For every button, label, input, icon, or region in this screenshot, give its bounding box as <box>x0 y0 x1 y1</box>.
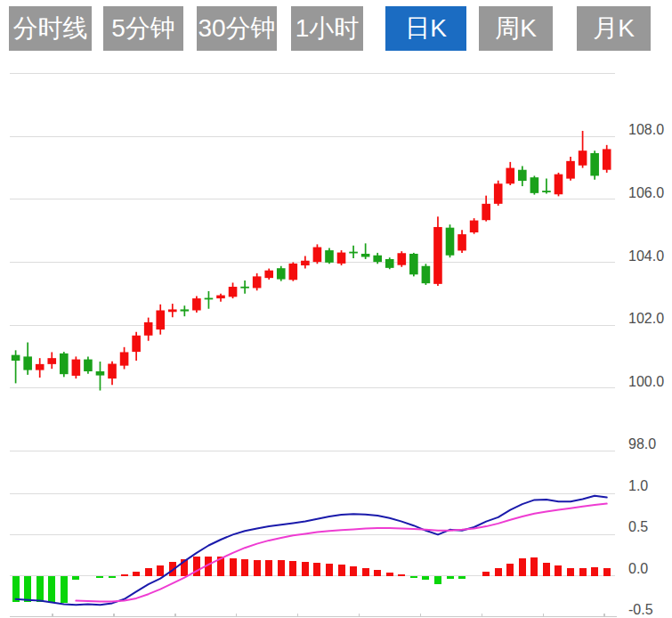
macd-histogram-bar <box>362 568 369 576</box>
macd-histogram-bar <box>591 567 598 576</box>
candle-body <box>409 254 418 274</box>
macd-histogram-bar <box>434 576 441 584</box>
candle-body <box>108 364 117 379</box>
macd-axis-label: 1.0 <box>628 478 648 493</box>
tab-monthly-k[interactable]: 月K <box>577 6 651 51</box>
macd-histogram-bar <box>482 572 490 576</box>
candle-body <box>23 356 32 370</box>
macd-histogram-bar <box>72 576 79 581</box>
dea-line <box>76 504 606 602</box>
macd-histogram-bar <box>302 562 309 576</box>
candle-body <box>216 296 225 299</box>
macd-histogram-bar <box>326 564 333 576</box>
macd-histogram-bar <box>519 558 526 575</box>
candle-body <box>72 360 81 376</box>
macd-histogram-bar <box>386 573 393 576</box>
candle-body <box>313 248 322 263</box>
candle-body <box>264 271 273 278</box>
macd-histogram-bar <box>543 563 550 576</box>
macd-histogram-bar <box>241 559 248 576</box>
candle-body <box>579 150 587 166</box>
candle-body <box>36 364 45 370</box>
macd-histogram-bar <box>458 576 466 579</box>
tab-timeline[interactable]: 分时线 <box>9 6 92 51</box>
macd-histogram-bar <box>254 560 261 576</box>
candle-body <box>144 322 153 336</box>
price-axis-label: 106.0 <box>628 185 664 200</box>
macd-histogram-bar <box>374 570 381 575</box>
candle-body <box>373 256 382 262</box>
macd-histogram-bar <box>410 576 417 578</box>
macd-histogram-bar <box>506 564 514 576</box>
macd-histogram-bar <box>422 576 429 580</box>
macd-histogram-bar <box>109 576 116 578</box>
candle-body <box>12 355 20 361</box>
candle-body <box>181 309 190 311</box>
macd-histogram-bar <box>230 558 237 575</box>
candle-body <box>337 253 346 264</box>
price-axis-label: 104.0 <box>628 248 664 264</box>
macd-histogram-bar <box>447 576 454 579</box>
candle-body <box>84 360 93 371</box>
tab-weekly-k[interactable]: 周K <box>479 6 553 51</box>
candle-body <box>156 311 165 330</box>
candle-body <box>422 266 431 283</box>
gridlines <box>10 74 615 576</box>
candle-body <box>120 352 129 365</box>
macd-lines <box>16 496 607 606</box>
price-panel-candles <box>12 131 611 391</box>
candle-body <box>205 298 214 300</box>
candle-body <box>518 170 527 181</box>
tab-1hour[interactable]: 1小时 <box>291 6 363 51</box>
tab-5min[interactable]: 5分钟 <box>103 6 183 51</box>
candle-body <box>385 259 394 268</box>
candle-body <box>361 254 370 257</box>
candle-body <box>60 354 69 374</box>
candle-body <box>542 191 551 192</box>
candle-body <box>47 358 56 364</box>
macd-histogram-bar <box>530 557 538 575</box>
macd-histogram-bar <box>24 576 31 602</box>
tab-daily-k[interactable]: 日K <box>385 6 466 51</box>
macd-histogram-bar <box>265 560 272 576</box>
macd-histogram <box>12 557 611 604</box>
macd-histogram-bar <box>603 568 611 575</box>
macd-axis-label: 0.5 <box>628 519 648 534</box>
candle-body <box>494 183 503 204</box>
candle-body <box>555 175 563 195</box>
dif-line <box>16 496 607 606</box>
candle-body <box>506 168 514 184</box>
macd-histogram-bar <box>157 565 164 576</box>
candle-body <box>229 287 238 297</box>
candle-body <box>96 371 105 376</box>
candle-body <box>277 268 286 279</box>
macd-histogram-bar <box>278 560 285 576</box>
macd-histogram-bar <box>338 565 345 576</box>
candle-body <box>397 253 406 264</box>
macd-axis-label: 0.0 <box>628 561 648 576</box>
kline-chart-app: 分时线5分钟30分钟1小时日K周K月K 108.0106.0104.0102.0… <box>0 0 672 618</box>
macd-histogram-bar <box>289 561 296 576</box>
macd-histogram-bar <box>313 563 320 576</box>
macd-histogram-bar <box>96 576 103 578</box>
candle-body <box>530 177 539 193</box>
macd-histogram-bar <box>121 574 128 576</box>
macd-histogram-bar <box>145 568 152 576</box>
macd-histogram-bar <box>350 566 357 576</box>
macd-histogram-bar <box>12 576 20 602</box>
candle-body <box>240 287 249 289</box>
candle-body <box>446 228 455 256</box>
macd-histogram-bar <box>495 568 502 575</box>
period-tabbar: 分时线5分钟30分钟1小时日K周K月K <box>0 0 672 55</box>
price-axis-label: 98.0 <box>628 436 656 451</box>
tab-30min[interactable]: 30分钟 <box>197 6 277 51</box>
candle-body <box>289 264 298 280</box>
candle-body <box>566 161 575 179</box>
candle-body <box>301 261 310 265</box>
macd-axis-label: -0.5 <box>628 602 653 617</box>
candle-body <box>482 204 490 220</box>
macd-histogram-bar <box>579 568 587 576</box>
macd-histogram-bar <box>567 568 574 576</box>
macd-histogram-bar <box>36 576 44 603</box>
macd-histogram-bar <box>555 565 562 576</box>
